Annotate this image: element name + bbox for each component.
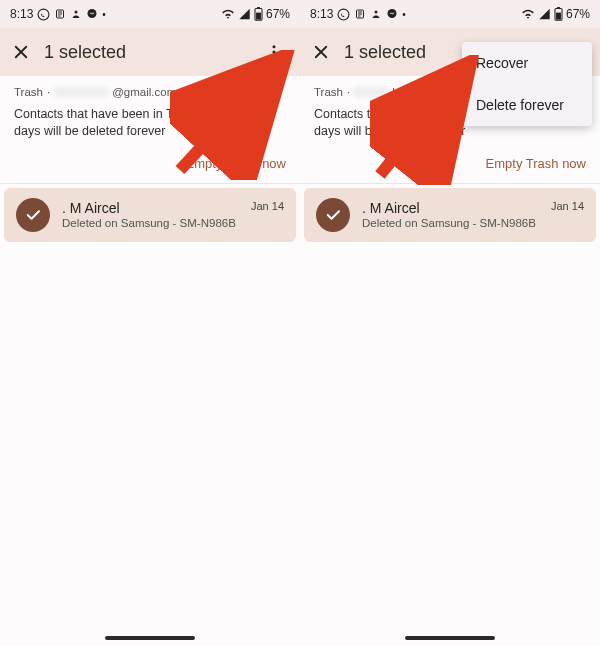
keep-icon xyxy=(354,8,366,20)
svg-point-8 xyxy=(273,51,276,54)
svg-point-12 xyxy=(375,11,378,14)
account-suffix: @gmail.com xyxy=(402,86,466,98)
battery-pct: 67% xyxy=(266,7,290,21)
status-time: 8:13 xyxy=(310,7,333,21)
keep-icon xyxy=(54,8,66,20)
phone-right: 8:13 • xyxy=(300,0,600,646)
selection-title: 1 selected xyxy=(344,42,426,63)
contact-row-selected[interactable]: . M Aircel Deleted on Samsung - SM-N986B… xyxy=(304,188,596,242)
person-icon xyxy=(70,8,82,20)
trash-notice: Contacts that have been in Trash more th… xyxy=(0,104,300,150)
account-redacted xyxy=(54,87,108,97)
contact-subtext: Deleted on Samsung - SM-N986B xyxy=(62,217,239,229)
svg-rect-6 xyxy=(256,13,261,20)
status-more-dot: • xyxy=(402,9,406,20)
trash-label: Trash xyxy=(314,86,343,98)
contact-date: Jan 14 xyxy=(251,200,284,212)
close-icon[interactable] xyxy=(12,43,30,61)
overflow-menu-popup: Recover Delete forever xyxy=(462,42,592,126)
svg-rect-15 xyxy=(557,7,560,8)
close-icon[interactable] xyxy=(312,43,330,61)
svg-point-9 xyxy=(273,56,276,59)
empty-trash-button[interactable]: Empty Trash now xyxy=(186,156,286,171)
account-redacted xyxy=(354,87,388,97)
status-more-dot: • xyxy=(102,9,106,20)
svg-rect-16 xyxy=(556,13,561,20)
battery-icon xyxy=(254,7,263,21)
person-icon xyxy=(370,8,382,20)
status-bar: 8:13 • xyxy=(0,0,300,28)
svg-rect-5 xyxy=(257,7,260,8)
contact-name: . M Aircel xyxy=(362,200,539,216)
nav-pill[interactable] xyxy=(405,636,495,640)
menu-item-recover[interactable]: Recover xyxy=(462,42,592,84)
wifi-icon xyxy=(521,8,535,20)
account-k: k xyxy=(392,86,398,98)
account-suffix: @gmail.com xyxy=(112,86,176,98)
trash-label: Trash xyxy=(14,86,43,98)
empty-trash-row: Empty Trash now xyxy=(0,150,300,184)
empty-trash-row: Empty Trash now xyxy=(300,150,600,184)
svg-point-2 xyxy=(75,11,78,14)
status-bar: 8:13 • xyxy=(300,0,600,28)
messenger-icon xyxy=(86,8,98,20)
wifi-icon xyxy=(221,8,235,20)
contact-row-selected[interactable]: . M Aircel Deleted on Samsung - SM-N986B… xyxy=(4,188,296,242)
signal-icon xyxy=(238,8,251,20)
whatsapp-icon xyxy=(337,8,350,21)
check-icon xyxy=(316,198,350,232)
nav-pill[interactable] xyxy=(105,636,195,640)
check-icon xyxy=(16,198,50,232)
selection-toolbar: 1 selected xyxy=(0,28,300,76)
svg-point-0 xyxy=(38,9,49,20)
status-time: 8:13 xyxy=(10,7,33,21)
contact-name: . M Aircel xyxy=(62,200,239,216)
svg-point-10 xyxy=(338,9,349,20)
overflow-menu-button[interactable] xyxy=(260,38,288,66)
menu-item-delete-forever[interactable]: Delete forever xyxy=(462,84,592,126)
contact-date: Jan 14 xyxy=(551,200,584,212)
account-dot: · xyxy=(47,86,50,98)
svg-point-7 xyxy=(273,45,276,48)
signal-icon xyxy=(538,8,551,20)
whatsapp-icon xyxy=(37,8,50,21)
account-line: Trash · @gmail.com xyxy=(0,76,300,104)
battery-pct: 67% xyxy=(566,7,590,21)
messenger-icon xyxy=(386,8,398,20)
account-dot: · xyxy=(347,86,350,98)
empty-trash-button[interactable]: Empty Trash now xyxy=(486,156,586,171)
selection-title: 1 selected xyxy=(44,42,126,63)
phone-left: 8:13 • xyxy=(0,0,300,646)
battery-icon xyxy=(554,7,563,21)
contact-subtext: Deleted on Samsung - SM-N986B xyxy=(362,217,539,229)
